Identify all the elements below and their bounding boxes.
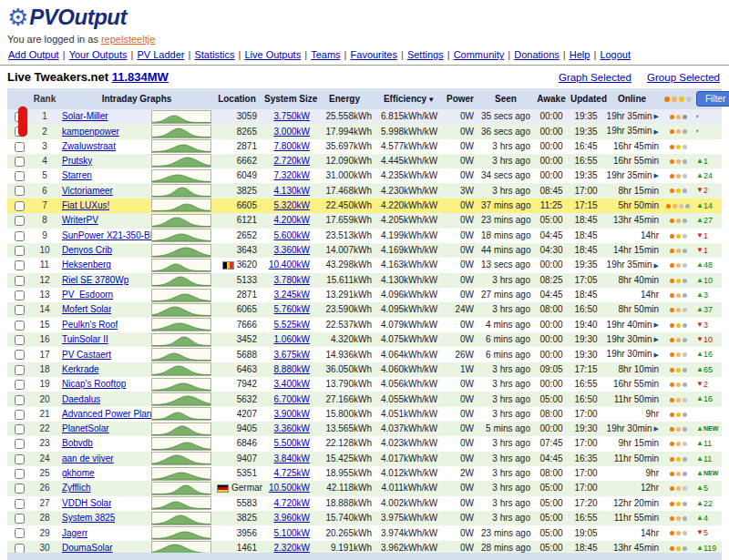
row-checkbox[interactable]	[15, 484, 25, 494]
system-name-link[interactable]: Riel SE 3780Wp	[62, 273, 128, 288]
nav-link-logout[interactable]: Logout	[600, 49, 631, 60]
system-name-link[interactable]: SunPower X21-350-BLK	[62, 229, 151, 243]
row-checkbox[interactable]	[15, 528, 25, 538]
nav-link-pv-ladder[interactable]: PV Ladder	[137, 49, 184, 60]
sparkline-thumbnail[interactable]	[151, 407, 211, 421]
nav-link-favourites[interactable]: Favourites	[351, 49, 397, 60]
nav-link-add-output[interactable]: Add Output	[8, 49, 59, 60]
row-checkbox[interactable]	[15, 350, 25, 360]
row-checkbox[interactable]	[15, 410, 25, 420]
row-checkbox[interactable]	[15, 469, 25, 479]
system-name-link[interactable]: Solar-Miller	[62, 109, 108, 124]
system-name-link[interactable]: TuinSolar II	[62, 332, 108, 347]
system-name-link[interactable]: Starren	[62, 168, 92, 183]
row-checkbox[interactable]	[15, 514, 25, 524]
sparkline-thumbnail[interactable]	[151, 110, 211, 124]
row-checkbox[interactable]	[15, 157, 25, 167]
system-name-link[interactable]: aan de vijver	[62, 452, 114, 466]
row-checkbox[interactable]	[15, 171, 25, 181]
system-name-link[interactable]: Mofert Solar	[62, 302, 111, 317]
sparkline-thumbnail[interactable]	[151, 333, 211, 347]
sparkline-thumbnail[interactable]	[151, 125, 211, 138]
system-size-link[interactable]: 2.720kW	[274, 156, 310, 166]
sparkline-thumbnail[interactable]	[151, 139, 211, 153]
system-name-link[interactable]: Zyfflich	[62, 481, 91, 495]
nav-link-settings[interactable]: Settings	[407, 49, 444, 60]
row-checkbox[interactable]	[15, 276, 25, 286]
sparkline-thumbnail[interactable]	[151, 467, 211, 481]
sparkline-thumbnail[interactable]	[151, 392, 211, 406]
system-size-link[interactable]: 3.360kW	[274, 423, 310, 433]
system-name-link[interactable]: gkhome	[62, 466, 95, 481]
system-name-link[interactable]: Victoriameer	[62, 184, 113, 199]
system-size-link[interactable]: 4.130kW	[274, 186, 310, 196]
system-name-link[interactable]: Kerkrade	[62, 362, 99, 377]
sparkline-thumbnail[interactable]	[151, 244, 211, 258]
sparkline-thumbnail[interactable]	[151, 496, 211, 510]
row-checkbox[interactable]	[15, 201, 25, 211]
sparkline-thumbnail[interactable]	[151, 452, 211, 465]
system-size-link[interactable]: 4.725kW	[274, 468, 310, 478]
system-name-link[interactable]: Daedalus	[62, 392, 100, 407]
row-checkbox[interactable]	[15, 142, 25, 152]
group-selected-link[interactable]: Group Selected	[647, 72, 720, 83]
row-checkbox[interactable]	[15, 290, 25, 300]
system-name-link[interactable]: Nicap's Rooftop	[62, 377, 126, 392]
system-size-link[interactable]: 3.360kW	[274, 245, 310, 255]
sparkline-thumbnail[interactable]	[151, 154, 211, 168]
row-checkbox[interactable]	[15, 380, 25, 390]
system-name-link[interactable]: PV Castaert	[62, 348, 111, 362]
nav-link-your-outputs[interactable]: Your Outputs	[69, 49, 128, 60]
header-location[interactable]: Location	[215, 88, 262, 109]
system-name-link[interactable]: kampenpower	[62, 125, 119, 139]
row-checkbox[interactable]	[15, 246, 25, 256]
sparkline-thumbnail[interactable]	[151, 378, 211, 392]
row-checkbox[interactable]	[15, 321, 25, 331]
system-size-link[interactable]: 3.840kW	[274, 453, 310, 463]
sparkline-thumbnail[interactable]	[151, 214, 211, 228]
system-size-link[interactable]: 5.320kW	[274, 200, 310, 210]
sparkline-thumbnail[interactable]	[151, 199, 211, 212]
pvoutput-logo[interactable]: ⚙ PVOutput	[7, 4, 722, 31]
row-checkbox[interactable]	[15, 439, 25, 449]
system-name-link[interactable]: Jagerr	[62, 526, 87, 541]
system-size-link[interactable]: 5.760kW	[274, 304, 310, 314]
sparkline-thumbnail[interactable]	[151, 169, 211, 183]
system-size-link[interactable]: 3.900kW	[274, 409, 310, 419]
system-size-link[interactable]: 3.000kW	[274, 127, 310, 137]
row-checkbox[interactable]	[15, 335, 25, 345]
row-checkbox[interactable]	[15, 305, 25, 315]
system-size-link[interactable]: 1.060kW	[274, 334, 310, 344]
system-size-link[interactable]: 7.320kW	[274, 170, 310, 180]
graph-selected-link[interactable]: Graph Selected	[559, 72, 631, 83]
row-checkbox[interactable]	[15, 216, 25, 226]
header-rank[interactable]: Rank	[31, 88, 58, 109]
system-name-link[interactable]: Denyos Crib	[62, 243, 112, 258]
system-name-link[interactable]: VDDH Solar	[62, 496, 111, 511]
system-name-link[interactable]: PlanetSolar	[62, 422, 109, 436]
sparkline-thumbnail[interactable]	[151, 273, 211, 287]
sparkline-thumbnail[interactable]	[151, 303, 211, 317]
nav-link-teams[interactable]: Teams	[311, 49, 340, 60]
sparkline-thumbnail[interactable]	[151, 437, 211, 451]
system-name-link[interactable]: Fiat LUXus!	[62, 199, 109, 213]
system-size-link[interactable]: 3.400kW	[274, 379, 310, 389]
system-size-link[interactable]: 7.800kW	[274, 141, 310, 151]
sparkline-thumbnail[interactable]	[151, 289, 211, 302]
system-size-link[interactable]: 5.600kW	[274, 230, 310, 240]
system-name-link[interactable]: Zwaluwstraat	[62, 139, 116, 154]
system-name-link[interactable]: Bobvdb	[62, 436, 93, 451]
sparkline-thumbnail[interactable]	[151, 318, 211, 331]
row-checkbox[interactable]	[15, 499, 25, 509]
system-size-link[interactable]: 10.500kW	[269, 483, 310, 493]
row-checkbox[interactable]	[15, 365, 25, 375]
system-size-link[interactable]: 3.780kW	[274, 275, 310, 285]
system-name-link[interactable]: Prutsky	[62, 154, 92, 168]
username-link[interactable]: repelsteeltje	[101, 34, 155, 45]
header-energy[interactable]: Energy	[315, 88, 379, 109]
row-checkbox[interactable]	[15, 424, 25, 434]
sparkline-thumbnail[interactable]	[151, 348, 211, 361]
header-system-size[interactable]: System Size	[262, 88, 315, 109]
nav-link-community[interactable]: Community	[454, 49, 505, 60]
system-name-link[interactable]: System 3825	[62, 511, 115, 525]
